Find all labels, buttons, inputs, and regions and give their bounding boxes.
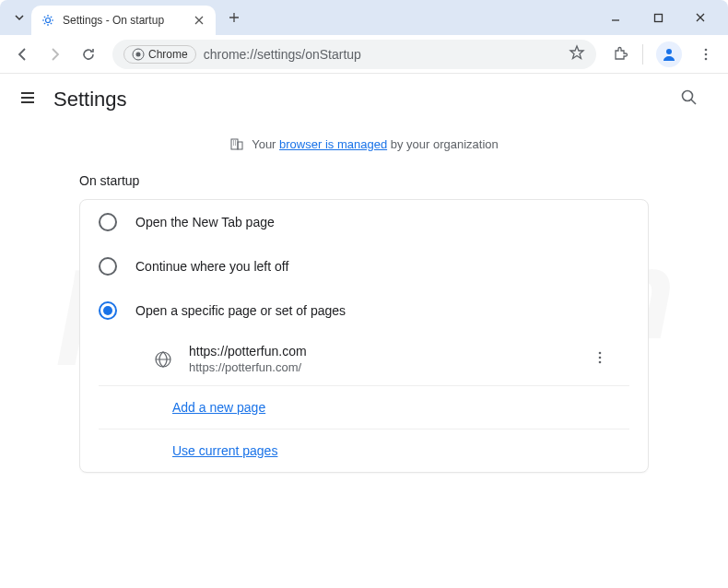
window-minimize-button[interactable] [603,5,628,30]
building-icon [229,136,244,151]
option-specific-pages[interactable]: Open a specific page or set of pages [80,288,648,333]
radio-icon [99,257,117,276]
maximize-icon [653,13,663,23]
managed-link[interactable]: browser is managed [279,137,387,151]
back-button[interactable] [7,40,37,69]
arrow-right-icon [47,46,64,63]
reload-icon [80,46,97,63]
startup-page-entry: https://potterfun.com https://potterfun.… [99,333,629,386]
window-titlebar: Settings - On startup [0,0,728,35]
page-entry-title: https://potterfun.com [189,344,572,359]
chrome-menu-button[interactable] [691,40,721,69]
globe-icon [154,350,172,369]
svg-point-6 [705,53,708,55]
divider [642,44,643,65]
svg-point-5 [705,48,708,51]
close-icon [194,16,204,25]
plus-icon [228,11,241,24]
person-icon [661,46,677,63]
option-continue[interactable]: Continue where you left off [80,244,648,288]
svg-rect-10 [238,142,242,149]
hamburger-icon [18,88,37,107]
close-icon [695,12,706,23]
search-button[interactable] [680,88,710,111]
use-current-link[interactable]: Use current pages [172,443,277,458]
chrome-icon [132,48,145,61]
svg-point-4 [666,49,672,54]
minimize-icon [610,12,621,23]
svg-point-0 [46,18,51,23]
settings-header: Settings [0,74,728,125]
window-maximize-button[interactable] [645,5,671,30]
new-tab-button[interactable] [221,5,247,30]
profile-button[interactable] [656,41,682,67]
svg-point-14 [599,360,602,363]
puzzle-icon [612,46,628,63]
browser-toolbar: Chrome chrome://settings/onStartup [0,35,728,74]
more-vertical-icon [699,47,713,62]
tab-close-button[interactable] [192,13,206,28]
svg-point-3 [136,52,141,56]
svg-point-8 [683,91,693,101]
section-title: On startup [79,173,710,188]
reload-button[interactable] [74,40,103,69]
svg-point-7 [705,57,708,60]
add-page-link[interactable]: Add a new page [172,400,265,415]
more-vertical-icon [593,350,607,365]
address-bar[interactable]: Chrome chrome://settings/onStartup [112,40,596,69]
site-info-badge[interactable]: Chrome [123,45,196,64]
settings-content: Your browser is managed by your organiza… [0,125,728,473]
chevron-down-icon [14,12,25,23]
browser-tab[interactable]: Settings - On startup [31,6,216,35]
extensions-button[interactable] [605,40,635,69]
svg-rect-1 [654,14,662,21]
option-new-tab[interactable]: Open the New Tab page [80,200,648,244]
menu-button[interactable] [18,88,37,111]
radio-icon [99,213,117,231]
bookmark-button[interactable] [569,44,585,65]
tab-search-dropdown[interactable] [7,6,31,29]
star-icon [569,44,585,61]
svg-rect-9 [231,139,238,149]
arrow-left-icon [14,46,30,63]
managed-banner: Your browser is managed by your organiza… [18,125,710,170]
add-page-row: Add a new page [99,386,629,429]
startup-options-card: Open the New Tab page Continue where you… [79,199,649,473]
svg-point-12 [599,351,602,354]
search-icon [680,88,699,107]
window-close-button[interactable] [687,5,713,30]
settings-gear-icon [41,13,55,28]
radio-icon [99,301,117,320]
page-entry-menu-button[interactable] [589,347,611,372]
use-current-row: Use current pages [99,429,629,472]
forward-button[interactable] [41,40,70,69]
url-text: chrome://settings/onStartup [204,47,561,62]
page-title: Settings [53,88,127,112]
svg-point-13 [599,356,602,359]
page-entry-url: https://potterfun.com/ [189,360,572,374]
tab-title: Settings - On startup [63,14,184,27]
